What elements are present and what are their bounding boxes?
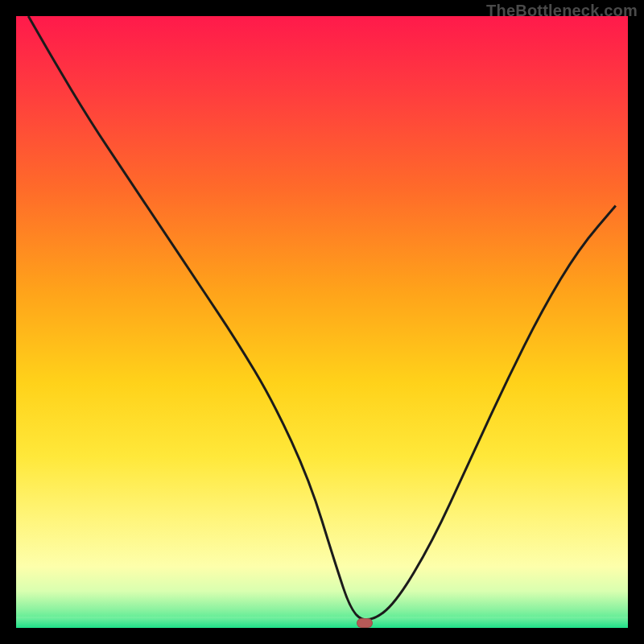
chart-frame: TheBottleneck.com (0, 0, 644, 644)
optimum-marker (357, 618, 373, 628)
plot-area (16, 16, 628, 628)
curve-path (28, 16, 616, 620)
bottleneck-curve (16, 16, 628, 628)
